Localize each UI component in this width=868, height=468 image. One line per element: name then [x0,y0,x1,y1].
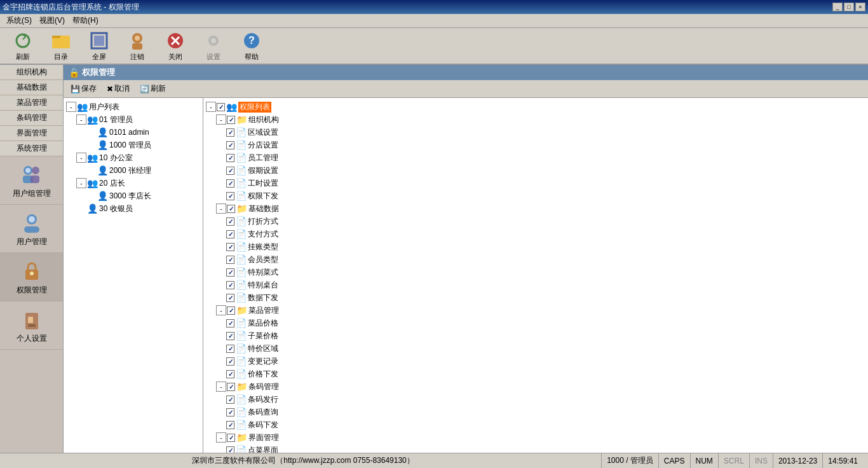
perm-item-sjxf[interactable]: 📄 数据下发 [206,291,865,304]
perm-item-tjqy[interactable]: 📄 特价区域 [206,342,865,355]
perm-item-jgxf[interactable]: 📄 价格下发 [206,368,865,380]
tree-node-2000[interactable]: 👤 2000 张经理 [66,164,200,177]
nav-org[interactable]: 组织机构 [0,65,63,80]
perm-item-qxxf[interactable]: 📄 权限下发 [206,189,865,202]
tree-node-20[interactable]: - 👥 20 店长 [66,177,200,189]
perm-zcjg-cb[interactable] [226,332,234,340]
perm-sec-ui[interactable]: - 📁 界面管理 [206,431,865,444]
toolbar-fullscreen[interactable]: 全屏 [81,30,117,62]
nav-barcode[interactable]: 条码管理 [0,111,63,126]
toolbar-directory[interactable]: 目录 [43,30,79,62]
toolbar-close[interactable]: 关闭 [158,30,193,62]
tree-root[interactable]: - 👥 用户列表 [66,100,200,113]
btn-cancel[interactable]: ✖ 取消 [102,82,134,96]
perm-item-fdsz[interactable]: 📄 分店设置 [206,139,865,151]
perm-tbcs-cb[interactable] [226,268,234,277]
perm-menu-checkbox[interactable] [227,306,235,315]
nav-usergroup[interactable]: 用户组管理 [0,156,63,205]
perm-jqsz-cb[interactable] [226,167,234,175]
menu-system[interactable]: 系统(S) [3,14,36,27]
menu-help[interactable]: 帮助(H) [69,14,102,27]
perm-tbzt-cb[interactable] [226,281,234,289]
perm-item-zcjg[interactable]: 📄 子菜价格 [206,329,865,342]
nav-menu[interactable]: 菜品管理 [0,95,63,111]
perm-sjxf-cb[interactable] [226,294,234,302]
perm-item-gzlx[interactable]: 📄 挂账类型 [206,240,865,253]
btn-refresh[interactable]: 🔄 刷新 [135,82,170,96]
perm-bgjl-cb[interactable] [226,357,234,366]
tree-node-3000[interactable]: 👤 3000 李店长 [66,189,200,202]
perm-tjqy-cb[interactable] [226,345,234,353]
maximize-button[interactable]: □ [844,3,854,11]
perm-item-tbcs[interactable]: 📄 特别菜式 [206,266,865,279]
perm-basic-checkbox[interactable] [227,205,235,213]
perm-item-yggl[interactable]: 📄 员工管理 [206,151,865,164]
perm-fdsz-cb[interactable] [226,141,234,149]
perm-dzfs-cb[interactable] [226,217,234,226]
perm-barcode-expander[interactable]: - [216,382,226,392]
perm-item-cpjg[interactable]: 📄 菜品价格 [206,317,865,329]
perm-root[interactable]: - 👥 权限列表 [206,100,865,113]
perm-item-tmcx[interactable]: 📄 条码查询 [206,406,865,418]
nav-permission[interactable]: 权限管理 [0,253,63,301]
perm-gssz-cb[interactable] [226,179,234,188]
perm-yggl-cb[interactable] [226,154,234,162]
close-window-button[interactable]: × [855,3,865,11]
perm-hylx-cb[interactable] [226,256,234,264]
perm-item-tmxf[interactable]: 📄 条码下发 [206,418,865,431]
nav-basic[interactable]: 基础数据 [0,80,63,95]
minimize-button[interactable]: _ [832,3,843,11]
perm-item-qysz[interactable]: 📄 区域设置 [206,126,865,139]
perm-tmcx-cb[interactable] [226,408,234,416]
nav-system[interactable]: 系统管理 [0,141,63,156]
perm-basic-expander[interactable]: - [216,203,226,214]
toolbar-logout[interactable]: 注销 [119,30,155,62]
nav-ui[interactable]: 界面管理 [0,126,63,141]
perm-sec-org[interactable]: - 📁 组织机构 [206,113,865,126]
perm-sec-barcode[interactable]: - 📁 条码管理 [206,380,865,393]
tree-node-10[interactable]: - 👥 10 办公室 [66,151,200,164]
perm-dcjm-cb[interactable] [226,446,234,453]
perm-zffs-cb[interactable] [226,230,234,238]
perm-tmxf-cb[interactable] [226,421,234,429]
nav-user[interactable]: 用户管理 [0,205,63,253]
toolbar-refresh[interactable]: 刷新 [5,30,41,62]
expander-10[interactable]: - [76,153,86,163]
expander-01[interactable]: - [76,114,86,125]
perm-sec-menu[interactable]: - 📁 菜品管理 [206,304,865,317]
perm-gzlx-cb[interactable] [226,243,234,251]
perm-qysz-cb[interactable] [226,128,234,137]
perm-item-tmfx[interactable]: 📄 条码发行 [206,393,865,406]
nav-personal[interactable]: 个人设置 [0,301,63,350]
perm-item-bgjl[interactable]: 📄 变更记录 [206,355,865,368]
perm-ui-checkbox[interactable] [227,434,235,442]
perm-item-hylx[interactable]: 📄 会员类型 [206,253,865,266]
perm-item-zffs[interactable]: 📄 支付方式 [206,228,865,240]
perm-sec-basic[interactable]: - 📁 基础数据 [206,202,865,215]
perm-item-jqsz[interactable]: 📄 假期设置 [206,164,865,177]
perm-root-expander[interactable]: - [206,102,216,112]
perm-org-checkbox[interactable] [227,116,235,124]
expander-20[interactable]: - [76,178,86,188]
toolbar-help[interactable]: ? 帮助 [234,30,269,62]
tree-node-1000[interactable]: 👤 1000 管理员 [66,139,200,151]
perm-tmfx-cb[interactable] [226,396,234,404]
perm-item-dcjm[interactable]: 📄 点菜界面 [206,444,865,453]
perm-menu-expander[interactable]: - [216,305,226,315]
perm-cpjg-cb[interactable] [226,319,234,327]
perm-jgxf-cb[interactable] [226,370,234,378]
root-expander[interactable]: - [66,102,76,112]
perm-barcode-checkbox[interactable] [227,383,235,391]
tree-node-30[interactable]: 👤 30 收银员 [66,202,200,215]
perm-item-gssz[interactable]: 📄 工时设置 [206,177,865,189]
perm-org-expander[interactable]: - [216,114,226,125]
tree-node-01[interactable]: - 👥 01 管理员 [66,113,200,126]
menu-view[interactable]: 视图(V) [36,14,69,27]
perm-item-dzfs[interactable]: 📄 打折方式 [206,215,865,228]
perm-ui-expander[interactable]: - [216,432,226,443]
tree-node-0101[interactable]: 👤 0101 admin [66,126,200,139]
btn-save[interactable]: 💾 保存 [66,82,101,96]
perm-qxxf-cb[interactable] [226,192,234,200]
perm-root-checkbox[interactable] [217,103,225,111]
perm-item-tbzt[interactable]: 📄 特别桌台 [206,279,865,291]
